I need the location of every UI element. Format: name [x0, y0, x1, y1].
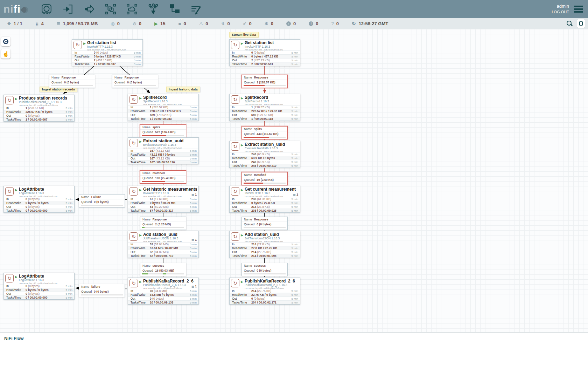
stat-value: 0 bytes / 27.8 KB — [251, 201, 288, 205]
queue-label[interactable]: NamefailureQueued0 (0 bytes) — [79, 284, 125, 297]
threads-grid-icon: ▦ — [191, 238, 194, 241]
backpressure-bar — [114, 85, 156, 86]
queue-label[interactable]: NamesuccessQueued0 (0 bytes) — [241, 263, 288, 276]
queue-label[interactable]: NamesuccessQueued16 (50.03 MB) — [140, 263, 186, 276]
search-icon[interactable] — [566, 20, 573, 27]
stat-window: 5 min — [62, 106, 74, 110]
stat-value: 236 / 00:00:09.925 — [251, 209, 288, 213]
processor-card[interactable]: ↻▶SplitRecordSplitRecord 1.16.3org.apach… — [229, 94, 300, 121]
queue-name-label: Name — [81, 285, 89, 288]
queue-label[interactable]: NameResponseQueued0 (0 bytes) — [241, 217, 288, 230]
cluster-icon: ❖ — [7, 21, 11, 26]
output-port-icon[interactable] — [83, 3, 95, 15]
stat-label: In — [128, 289, 150, 293]
queue-label[interactable]: NamematchedQueued10 (2.59 KB) — [241, 172, 288, 185]
queue-count: 0 (0 bytes) — [94, 200, 108, 204]
status-counter: ≣1,095 / 53.78 MB — [57, 21, 98, 26]
stat-window: 5 min — [131, 55, 142, 59]
queue-label[interactable]: NamesplitsQueued443 (115.62 KB) — [241, 126, 288, 139]
processor-card[interactable]: ↻▶Add station_uuidJoltTransformJSON 1.16… — [229, 231, 300, 258]
processor-card[interactable]: ↻▶Extract station_uuidEvaluateJsonPath 1… — [229, 141, 300, 168]
stat-window: 5 min — [288, 197, 300, 201]
queue-label[interactable]: NamematchedQueued100 (25.43 KB) — [140, 170, 186, 184]
stat-row: Read/Write0 bytes / 457.13 KB5 min — [230, 54, 300, 58]
extension-hand-button[interactable]: ☝ — [1, 49, 10, 59]
processor-card[interactable]: ↻▶Get current measurementInvokeHTTP 1.16… — [229, 186, 300, 213]
stat-row: Tasks/Time20 / 00:00:09.1365 min — [128, 300, 198, 304]
remote-process-group-icon[interactable] — [126, 3, 138, 15]
stat-label: Tasks/Time — [128, 117, 150, 121]
queue-relationship: Response — [254, 218, 268, 221]
panel-toggle-button[interactable] — [577, 19, 585, 28]
flow-canvas[interactable]: ☝ Stream live-dataIngest station records… — [0, 29, 588, 332]
stat-window: 5 min — [187, 113, 198, 117]
status-counter-value: 0 — [336, 21, 339, 26]
stat-label: Tasks/Time — [72, 62, 94, 66]
logout-link[interactable]: LOG OUT — [552, 9, 569, 14]
queue-label[interactable]: NameResponseQueued2 (3.25 MB) — [140, 217, 186, 230]
processor-icon[interactable] — [41, 3, 52, 15]
input-port-icon[interactable] — [62, 3, 74, 15]
refresh-icon[interactable]: ↻ — [352, 21, 356, 26]
status-counter: ▶15 — [154, 21, 165, 26]
stat-value: 0 bytes / 0 bytes — [26, 288, 62, 292]
processor-header: ↻▶SplitRecordSplitRecord 1.16.3org.apach… — [230, 94, 300, 105]
processor-bundle: org.apache.nifi - nifi-standard-nar — [19, 282, 57, 284]
queue-label[interactable]: NamesplitsQueued522 (136.4 KB) — [140, 124, 186, 138]
stat-row: Tasks/Time2 / 00:00:00.5015 min — [230, 62, 300, 66]
processor-card[interactable]: ↻▶Get station listInvokeHTTP 1.16.3org.a… — [229, 39, 300, 66]
processor-header: ↻▶Add station_uuidJoltTransformJSON 1.16… — [230, 231, 300, 242]
queue-label[interactable]: NameFailureQueued0 (0 bytes) — [79, 194, 125, 207]
stat-value: 63.9 KB / 0 bytes — [251, 156, 288, 160]
template-icon[interactable] — [169, 3, 181, 15]
stat-value: 52 (84.82 MB) — [150, 250, 187, 254]
stat-value: 2 (457.13 KB) — [94, 59, 131, 62]
flow-label[interactable]: Stream live-data — [229, 32, 259, 38]
processor-card[interactable]: ↻▶LogAttributeLogAttribute 1.16.3org.apa… — [4, 273, 75, 300]
processor-card[interactable]: ↻▶PublishKafkaRecord_2_6PublishKafkaReco… — [128, 278, 199, 305]
stat-label: In — [230, 197, 251, 201]
processor-card[interactable]: ↻▶Add station_uuidJoltTransformJSON 1.16… — [128, 231, 199, 258]
extension-target-button[interactable] — [1, 37, 10, 46]
stat-window: 5 min — [288, 51, 300, 55]
queue-label[interactable]: NameResponseQueued1 (228.57 KB) — [241, 75, 288, 88]
processor-card[interactable]: ↻▶Extract station_uuidEvaluateJsonPath 1… — [128, 137, 199, 164]
label-icon[interactable] — [190, 3, 202, 15]
stat-label: In — [128, 243, 150, 246]
queue-label[interactable]: NameResponseQueued0 (0 bytes) — [49, 75, 95, 88]
queue-relationship: matched — [153, 171, 165, 175]
stat-row: Out0 (0 bytes)5 min — [4, 114, 74, 117]
stat-window: 5 min — [187, 205, 198, 209]
processor-type-icon: ↻ — [130, 232, 138, 241]
stat-value: 0 (0 bytes) — [26, 197, 62, 201]
funnel-icon[interactable] — [147, 3, 159, 15]
breadcrumb-nifi-flow[interactable]: NiFi Flow — [4, 336, 24, 341]
threads-grid-icon: ▦ — [191, 285, 194, 288]
backpressure-bar — [142, 273, 184, 274]
queue-count: 16 (50.03 MB) — [155, 269, 174, 272]
processor-card[interactable]: ↻▶LogAttributeLogAttribute 1.16.3org.apa… — [4, 186, 75, 213]
run-status-icon: ▶ — [241, 96, 243, 105]
stat-value: 214 / 00:00:01.098 — [251, 254, 288, 258]
processor-card[interactable]: ↻▶Get station listInvokeHTTP 1.16.3org.a… — [72, 39, 143, 66]
processor-header: ↻▶Produce station recordsPublishKafkaRec… — [4, 95, 74, 106]
processor-card[interactable]: ↻▶SplitRecordSplitRecord 1.16.3org.apach… — [128, 94, 199, 121]
stat-row: Read/Write34.8 MB / 0 bytes5 min — [128, 293, 198, 297]
hand-pointer-icon: ☝ — [2, 50, 9, 57]
process-group-icon[interactable] — [105, 3, 117, 15]
processor-card[interactable]: ↻▶Produce station recordsPublishKafkaRec… — [4, 95, 75, 122]
processor-card[interactable]: ↻▶Get historic measurementsInvokeHTTP 1.… — [128, 186, 199, 213]
stat-window: 5 min — [187, 289, 198, 293]
stat-window: 5 min — [187, 117, 198, 121]
queue-label[interactable]: NameResponseQueued0 (0 bytes) — [112, 75, 158, 88]
stat-value: 52 (57.04 MB) — [150, 243, 187, 246]
flow-label[interactable]: Ingest historic data — [166, 87, 200, 92]
backpressure-bar — [81, 205, 123, 206]
stat-label: Read/Write — [72, 55, 94, 59]
stat-label: Read/Write — [4, 110, 26, 114]
not-transmitting-icon: ⊘ — [133, 21, 136, 26]
stat-value: 246 (63.9 KB) — [251, 160, 288, 164]
global-menu-icon[interactable] — [574, 6, 583, 13]
queue-relationship: Response — [254, 76, 268, 79]
processor-card[interactable]: ↻▶PublishKafkaRecord_2_6PublishKafkaReco… — [229, 278, 300, 305]
